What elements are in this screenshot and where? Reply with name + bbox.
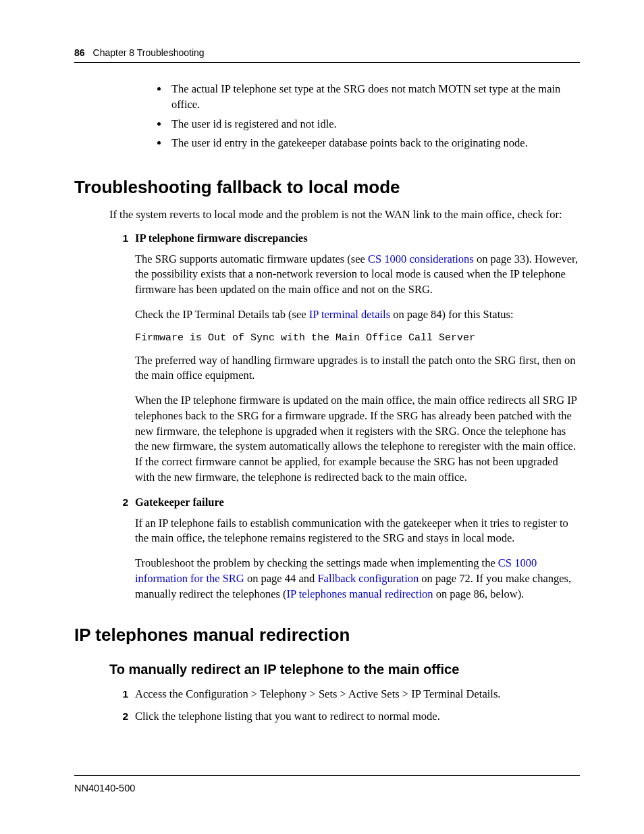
xref-cs1000-considerations[interactable]: CS 1000 considerations	[368, 253, 474, 265]
xref-ip-telephones-manual-redirection[interactable]: IP telephones manual redirection	[287, 588, 433, 600]
step-row: 1 Access the Configuration > Telephony >…	[109, 687, 580, 702]
document-id: NN40140-500	[74, 783, 135, 793]
page-footer: NN40140-500	[74, 775, 580, 793]
section-intro: If the system reverts to local mode and …	[109, 207, 580, 223]
list-item: The user id is registered and not idle.	[169, 117, 580, 132]
item-number: 2	[109, 495, 135, 511]
body-paragraph: When the IP telephone firmware is update…	[135, 393, 580, 486]
status-code-line: Firmware is Out of Sync with the Main Of…	[135, 332, 580, 344]
body-paragraph: If an IP telephone fails to establish co…	[135, 516, 580, 547]
item-label: IP telephone firmware discrepancies	[135, 231, 308, 246]
step-text: Access the Configuration > Telephony > S…	[135, 687, 500, 702]
list-item: The actual IP telephone set type at the …	[169, 82, 580, 113]
body-paragraph: The preferred way of handling firmware u…	[135, 353, 580, 384]
xref-ip-terminal-details[interactable]: IP terminal details	[309, 308, 390, 321]
item-label: Gatekeeper failure	[135, 495, 224, 511]
chapter-title: Chapter 8 Troubleshooting	[93, 47, 205, 58]
page-header: 86Chapter 8 Troubleshooting	[74, 47, 580, 63]
step-text: Click the telephone listing that you wan…	[135, 709, 440, 725]
step-number: 2	[109, 709, 135, 725]
page-number: 86	[74, 47, 85, 58]
xref-fallback-configuration[interactable]: Fallback configuration	[317, 572, 419, 585]
step-row: 2 Click the telephone listing that you w…	[109, 709, 580, 725]
item-number: 1	[109, 231, 135, 246]
section-heading-fallback: Troubleshooting fallback to local mode	[74, 177, 580, 198]
list-item: The user id entry in the gatekeeper data…	[169, 136, 580, 151]
body-paragraph: Troubleshoot the problem by checking the…	[135, 556, 580, 602]
body-paragraph: Check the IP Terminal Details tab (see I…	[135, 307, 580, 323]
numbered-item-1: 1 IP telephone firmware discrepancies	[109, 231, 580, 246]
step-number: 1	[109, 687, 135, 702]
continuation-bullet-list: The actual IP telephone set type at the …	[74, 82, 580, 151]
section-heading-manual-redirect: IP telephones manual redirection	[74, 625, 580, 646]
body-paragraph: The SRG supports automatic firmware upda…	[135, 252, 580, 298]
procedure-heading: To manually redirect an IP telephone to …	[109, 662, 580, 677]
numbered-item-2: 2 Gatekeeper failure	[109, 495, 580, 511]
